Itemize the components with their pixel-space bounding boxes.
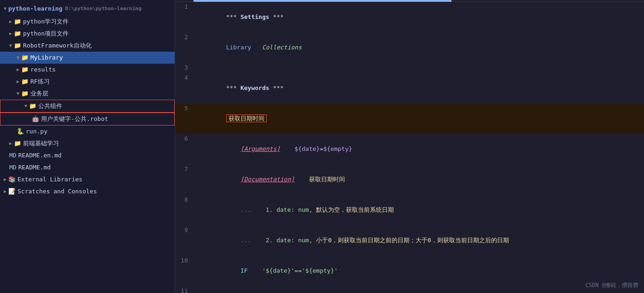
code-line-1: 1 *** Settings *** bbox=[175, 2, 644, 32]
line-number: 9 bbox=[175, 225, 193, 235]
line-number: 4 bbox=[175, 73, 193, 83]
folder-icon: 📁 bbox=[21, 89, 29, 99]
sidebar-label: 业务层 bbox=[30, 89, 48, 99]
sidebar-item-results[interactable]: ▶ 📁 results bbox=[0, 64, 175, 76]
code-line-6: 6 [Arguments] ${date}=${empty} bbox=[175, 134, 644, 164]
sidebar-label: README.md bbox=[18, 162, 51, 173]
folder-icon: 📁 bbox=[14, 17, 21, 27]
sidebar-item-mylibrary[interactable]: ▼ 📁 MyLibrary bbox=[0, 52, 175, 64]
syntax-stars: *** bbox=[269, 84, 284, 91]
editor: 1 *** Settings *** 2 Library Collections… bbox=[175, 0, 644, 293]
md-icon: MD bbox=[9, 150, 17, 161]
syntax-stars: *** bbox=[269, 13, 284, 20]
line-content: *** Keywords *** bbox=[193, 73, 644, 103]
md-icon: MD bbox=[9, 162, 17, 173]
sidebar-label: External Libraries bbox=[18, 174, 82, 185]
sidebar-item-scratches[interactable]: ▶ 📝 Scratches and Consoles bbox=[0, 185, 175, 197]
line-content: [Arguments] ${date}=${empty} bbox=[193, 134, 644, 164]
sidebar-item-rf-practice[interactable]: ▶ 📁 RF练习 bbox=[0, 76, 175, 88]
syntax-variable: ${date} bbox=[294, 145, 320, 152]
syntax-doc: [Documentation] bbox=[240, 176, 294, 183]
sidebar-label: 公共组件 bbox=[38, 101, 62, 111]
syntax-variable: ${empty} bbox=[323, 145, 352, 152]
folder-icon: 📁 bbox=[21, 65, 29, 75]
folder-icon: 📝 bbox=[8, 186, 16, 197]
sidebar-item-frontend[interactable]: ▶ 📁 前端基础学习 bbox=[0, 138, 175, 149]
sidebar-item-public-components[interactable]: ▼ 📁 公共组件 bbox=[0, 100, 175, 113]
sidebar-item-robotframework[interactable]: ▼ 📁 RobotFramework自动化 bbox=[0, 40, 175, 52]
sidebar-label: MyLibrary bbox=[30, 53, 63, 63]
arrow-icon: ▼ bbox=[24, 101, 27, 111]
line-number: 8 bbox=[175, 195, 193, 205]
sidebar-item-python-study[interactable]: ▶ 📁 python学习文件 bbox=[0, 16, 175, 28]
sidebar-item-run-py[interactable]: 🐍 run.py bbox=[0, 126, 175, 138]
python-icon: 🐍 bbox=[17, 126, 24, 137]
sidebar-label: 前端基础学习 bbox=[23, 138, 59, 149]
sidebar-label: RF练习 bbox=[30, 77, 50, 87]
line-content: Library Collections bbox=[193, 32, 644, 63]
syntax-section: Keywords bbox=[240, 84, 269, 91]
code-line-4: 4 *** Keywords *** bbox=[175, 73, 644, 103]
line-number: 3 bbox=[175, 63, 193, 73]
code-line-7: 7 [Documentation] 获取日期时间 bbox=[175, 164, 644, 195]
sidebar-item-business-layer[interactable]: ▼ 📁 业务层 bbox=[0, 88, 175, 100]
folder-icon: 📁 bbox=[14, 29, 21, 39]
arrow-icon: ▶ bbox=[9, 17, 12, 27]
syntax-chinese: 小于0，则获取当前日期之前的日期；大于0，则获取当前日期之后的日期 bbox=[316, 237, 509, 244]
code-line-9: 9 ... 2. date: num, 小于0，则获取当前日期之前的日期；大于0… bbox=[175, 225, 644, 256]
syntax-value: Collections bbox=[262, 44, 302, 51]
line-number: 10 bbox=[175, 256, 193, 266]
sidebar-label: RobotFramework自动化 bbox=[23, 41, 92, 51]
sidebar-item-readme-en[interactable]: MD README.en.md bbox=[0, 149, 175, 161]
sidebar-label: README.en.md bbox=[18, 150, 62, 161]
keyword-name-highlighted: 获取日期时间 bbox=[226, 114, 267, 122]
sidebar-item-robot-file[interactable]: 🤖 用户关键字-公共.robot bbox=[0, 113, 175, 126]
arrow-icon: ▶ bbox=[9, 29, 12, 39]
syntax-arguments: [Arguments] bbox=[240, 145, 280, 152]
code-line-5: 5 获取日期时间 bbox=[175, 103, 644, 134]
arrow-icon: ▶ bbox=[17, 77, 19, 87]
line-content: ... 2. date: num, 小于0，则获取当前日期之前的日期；大于0，则… bbox=[193, 225, 644, 256]
project-header[interactable]: ▼ python-learning D:\python\python-learn… bbox=[0, 2, 175, 16]
arrow-icon: ▼ bbox=[9, 41, 12, 51]
code-line-3: 3 bbox=[175, 63, 644, 73]
arrow-icon: ▶ bbox=[4, 174, 6, 185]
sidebar-label: python学习文件 bbox=[23, 17, 69, 27]
sidebar-item-python-project[interactable]: ▶ 📁 python项目文件 bbox=[0, 28, 175, 40]
project-name: python-learning bbox=[8, 4, 62, 14]
sidebar-item-external-libraries[interactable]: ▶ 📚 External Libraries bbox=[0, 173, 175, 185]
line-content: IF '${date}'=='${empty}' bbox=[193, 256, 644, 286]
syntax-string: '${date}'=='${empty}' bbox=[262, 267, 338, 274]
arrow-icon: ▼ bbox=[17, 53, 19, 63]
sidebar-label: Scratches and Consoles bbox=[18, 186, 97, 197]
folder-icon: 📁 bbox=[14, 138, 21, 149]
line-content: [Documentation] 获取日期时间 bbox=[193, 164, 644, 195]
folder-icon: 📁 bbox=[29, 101, 36, 111]
sidebar-label: python项目文件 bbox=[23, 29, 69, 39]
line-number: 5 bbox=[175, 103, 193, 114]
line-number: 2 bbox=[175, 32, 193, 42]
robot-icon: 🤖 bbox=[32, 114, 39, 124]
line-content: ... 1. date: num, 默认为空，获取当前系统日期 bbox=[193, 195, 644, 225]
code-area: 1 *** Settings *** 2 Library Collections… bbox=[175, 2, 644, 293]
arrow-icon: ▶ bbox=[4, 186, 6, 197]
arrow-icon: ▼ bbox=[17, 89, 19, 99]
line-content: 获取日期时间 bbox=[193, 103, 644, 134]
sidebar: ▼ python-learning D:\python\python-learn… bbox=[0, 0, 175, 293]
line-number: 7 bbox=[175, 164, 193, 174]
sidebar-label: 用户关键字-公共.robot bbox=[41, 114, 108, 124]
code-line-10: 10 IF '${date}'=='${empty}' bbox=[175, 256, 644, 286]
folder-icon: 📁 bbox=[21, 77, 29, 87]
code-line-8: 8 ... 1. date: num, 默认为空，获取当前系统日期 bbox=[175, 195, 644, 225]
arrow-icon: ▶ bbox=[9, 138, 12, 149]
sidebar-item-readme[interactable]: MD README.md bbox=[0, 161, 175, 173]
folder-icon: 📁 bbox=[21, 53, 29, 63]
syntax-section: Settings bbox=[240, 13, 269, 20]
line-number: 11 bbox=[175, 286, 193, 293]
syntax-chinese: 获取日期时间 bbox=[309, 176, 345, 183]
syntax-if: IF bbox=[240, 267, 248, 274]
arrow-icon: ▶ bbox=[17, 65, 19, 75]
line-number: 6 bbox=[175, 134, 193, 144]
watermark: CSDN @搬砖，攒路费 bbox=[585, 281, 638, 289]
line-content: *** Settings *** bbox=[193, 2, 644, 32]
